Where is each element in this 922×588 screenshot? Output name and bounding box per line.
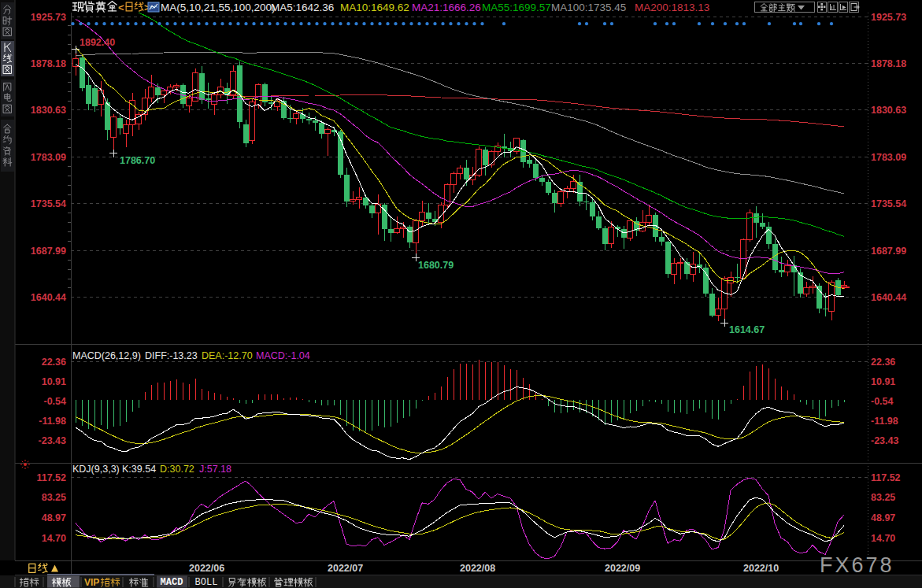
svg-text:83.25: 83.25 (42, 492, 66, 503)
svg-text:1735.54: 1735.54 (871, 198, 906, 209)
svg-text:1735.54: 1735.54 (31, 198, 66, 209)
svg-text:-0.54: -0.54 (871, 396, 894, 407)
svg-text:10.91: 10.91 (42, 376, 66, 387)
svg-text:J:57.18: J:57.18 (199, 464, 231, 475)
svg-text:2022/07: 2022/07 (328, 563, 363, 574)
svg-text:1830.63: 1830.63 (871, 105, 906, 116)
svg-text:1925.73: 1925.73 (871, 12, 906, 23)
svg-text:48.97: 48.97 (871, 512, 895, 523)
svg-text:1830.63: 1830.63 (31, 105, 66, 116)
svg-text:DEA:-12.70: DEA:-12.70 (202, 350, 253, 361)
svg-text:1687.99: 1687.99 (871, 246, 906, 257)
svg-text:KDJ(9,3,3): KDJ(9,3,3) (72, 464, 120, 475)
svg-text:2022/10: 2022/10 (743, 563, 779, 574)
svg-text:1878.18: 1878.18 (31, 58, 66, 69)
svg-text:1680.79: 1680.79 (418, 260, 454, 271)
svg-text:22.36: 22.36 (42, 357, 66, 368)
svg-text:2022/09: 2022/09 (605, 563, 640, 574)
svg-text:MA200:1813.13: MA200:1813.13 (635, 2, 709, 13)
svg-text:-0.54: -0.54 (44, 396, 67, 407)
svg-text:MA21:1666.26: MA21:1666.26 (412, 2, 481, 13)
svg-text:1783.09: 1783.09 (31, 152, 66, 163)
svg-text:MA100:1735.45: MA100:1735.45 (551, 2, 626, 13)
svg-text:MACD(26,12,9): MACD(26,12,9) (72, 350, 141, 361)
svg-text:MA10:1649.62: MA10:1649.62 (340, 2, 409, 13)
svg-text:FX678: FX678 (820, 553, 894, 577)
svg-text:48.97: 48.97 (42, 512, 66, 523)
svg-text:14.70: 14.70 (42, 533, 66, 544)
svg-text:1640.44: 1640.44 (31, 292, 66, 303)
svg-text:DIFF:-13.23: DIFF:-13.23 (145, 350, 198, 361)
svg-text:MA5:1642.36: MA5:1642.36 (271, 2, 334, 13)
svg-text:-11.98: -11.98 (39, 416, 66, 427)
svg-text:117.52: 117.52 (871, 472, 901, 483)
svg-text:<: < (118, 2, 124, 13)
svg-text:MA(5,10,21,55,100,200): MA(5,10,21,55,100,200) (161, 2, 276, 13)
svg-text:117.52: 117.52 (36, 472, 66, 483)
svg-text:22.36: 22.36 (871, 357, 895, 368)
svg-text:1614.67: 1614.67 (729, 324, 765, 335)
svg-text:14.70: 14.70 (871, 533, 895, 544)
svg-text:-23.43: -23.43 (39, 435, 66, 446)
svg-text:83.25: 83.25 (871, 492, 895, 503)
svg-text:1783.09: 1783.09 (871, 152, 906, 163)
svg-text:1786.70: 1786.70 (120, 155, 155, 166)
svg-text:1878.18: 1878.18 (871, 58, 906, 69)
svg-text:-11.98: -11.98 (871, 416, 898, 427)
svg-text:1925.73: 1925.73 (31, 12, 66, 23)
svg-text:MA55:1699.57: MA55:1699.57 (482, 2, 551, 13)
svg-text:2022/08: 2022/08 (460, 563, 495, 574)
svg-text:MACD:-1.04: MACD:-1.04 (256, 350, 310, 361)
svg-text:1640.44: 1640.44 (871, 292, 906, 303)
svg-text:-23.43: -23.43 (871, 435, 898, 446)
svg-text:2022/06: 2022/06 (189, 563, 224, 574)
svg-text:10.91: 10.91 (871, 376, 895, 387)
svg-text:D:30.72: D:30.72 (160, 464, 194, 475)
svg-text:VIP: VIP (84, 577, 99, 588)
svg-text:1687.99: 1687.99 (31, 246, 66, 257)
svg-text:BOLL: BOLL (195, 577, 218, 588)
svg-text:1892.40: 1892.40 (80, 37, 115, 48)
svg-text:MACD: MACD (161, 577, 183, 588)
svg-text:K:39.54: K:39.54 (122, 464, 156, 475)
